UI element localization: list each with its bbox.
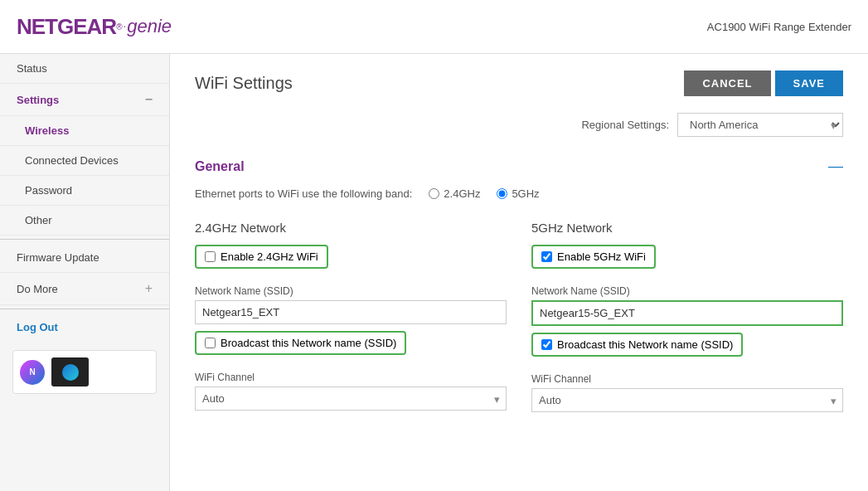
page-title: WiFi Settings — [195, 74, 293, 93]
ssid-5-input[interactable] — [531, 300, 843, 326]
action-buttons: CANCEL SAVE — [684, 70, 843, 96]
network-5-title: 5GHz Network — [531, 221, 843, 235]
enable-5-checkbox[interactable] — [541, 251, 552, 262]
band-24-label: 2.4GHz — [444, 187, 480, 200]
ssid-24-input[interactable] — [195, 300, 507, 324]
broadcast-5-label: Broadcast this Network name (SSID) — [557, 338, 733, 351]
broadcast-5-container: Broadcast this Network name (SSID) — [531, 333, 743, 357]
networks-row: 2.4GHz Network Enable 2.4GHz WiFi Networ… — [195, 221, 843, 412]
dot-separator: • — [124, 24, 126, 29]
page-header: WiFi Settings CANCEL SAVE — [195, 70, 843, 96]
general-collapse-icon[interactable]: — — [828, 158, 843, 175]
enable-24-checkbox[interactable] — [205, 251, 216, 262]
network-24-col: 2.4GHz Network Enable 2.4GHz WiFi Networ… — [195, 221, 507, 412]
logo-netgear-text: NETGEAR — [17, 14, 116, 40]
channel-5-select[interactable]: Auto 36404448 — [531, 388, 843, 412]
channel-24-label: WiFi Channel — [195, 372, 507, 383]
channel-5-wrapper: Auto 36404448 — [531, 388, 843, 412]
regional-select-wrapper: North America Europe Asia — [677, 113, 843, 137]
header-right: AC1900 WiFi Range Extender — [707, 21, 851, 33]
enable-5-label: Enable 5GHz WiFi — [557, 250, 646, 263]
enable-24-container: Enable 2.4GHz WiFi — [195, 245, 328, 269]
broadcast-24-checkbox[interactable] — [205, 338, 216, 348]
sidebar-item-status[interactable]: Status — [0, 54, 169, 84]
band-5-label: 5GHz — [512, 187, 539, 200]
sidebar: Status Settings − Wireless Connected Dev… — [0, 54, 170, 491]
network-5-col: 5GHz Network Enable 5GHz WiFi Network Na… — [531, 221, 843, 412]
broadcast-24-label: Broadcast this Network name (SSID) — [221, 337, 396, 349]
layout: Status Settings − Wireless Connected Dev… — [0, 54, 868, 491]
sidebar-item-password[interactable]: Password — [0, 176, 169, 206]
enable-24-label: Enable 2.4GHz WiFi — [221, 250, 318, 263]
device-image — [51, 357, 89, 386]
broadcast-24-container: Broadcast this Network name (SSID) — [195, 331, 406, 355]
logo-genie-text: genie — [127, 16, 172, 37]
header: NETGEAR® • genie AC1900 WiFi Range Exten… — [0, 0, 868, 54]
settings-collapse-icon[interactable]: − — [145, 92, 153, 107]
band-selection-row: Ethernet ports to WiFi use the following… — [195, 187, 843, 200]
network-24-title: 2.4GHz Network — [195, 221, 507, 235]
sidebar-item-wireless[interactable]: Wireless — [0, 116, 169, 146]
section-general-title: General — [195, 159, 245, 174]
ssid-24-label: Network Name (SSID) — [195, 285, 507, 297]
band-label: Ethernet ports to WiFi use the following… — [195, 187, 412, 200]
do-more-expand-icon[interactable]: + — [145, 281, 153, 296]
main-content: WiFi Settings CANCEL SAVE Regional Setti… — [170, 54, 868, 491]
model-text: AC1900 WiFi Range Extender — [707, 21, 851, 33]
sidebar-item-settings[interactable]: Settings − — [0, 84, 169, 116]
sidebar-item-firmware[interactable]: Firmware Update — [0, 243, 169, 273]
channel-24-wrapper: Auto 1611 — [195, 386, 507, 411]
band-5-radio[interactable] — [497, 188, 507, 199]
channel-5-label: WiFi Channel — [531, 373, 843, 385]
sidebar-item-do-more[interactable]: Do More + — [0, 273, 169, 305]
band-24-option[interactable]: 2.4GHz — [429, 187, 480, 200]
app-icon-netgear: N — [20, 360, 45, 385]
sidebar-app-box: N — [12, 350, 157, 394]
band-24-radio[interactable] — [429, 188, 439, 199]
sidebar-settings-label: Settings — [17, 94, 59, 106]
sidebar-item-connected-devices[interactable]: Connected Devices — [0, 146, 169, 176]
device-icon — [62, 364, 79, 381]
broadcast-5-checkbox[interactable] — [541, 339, 552, 350]
regional-select[interactable]: North America Europe Asia — [677, 113, 843, 137]
registered-mark: ® — [116, 22, 122, 32]
cancel-button[interactable]: CANCEL — [684, 70, 770, 96]
band-5-option[interactable]: 5GHz — [497, 187, 539, 200]
sidebar-item-other[interactable]: Other — [0, 206, 169, 236]
enable-5-container: Enable 5GHz WiFi — [531, 245, 656, 269]
channel-24-select[interactable]: Auto 1611 — [195, 386, 507, 411]
ssid-5-label: Network Name (SSID) — [531, 285, 843, 297]
save-button[interactable]: SAVE — [775, 70, 843, 96]
regional-settings-row: Regional Settings: North America Europe … — [195, 113, 843, 137]
sidebar-item-logout[interactable]: Log Out — [0, 313, 169, 342]
general-section-header: General — — [195, 158, 843, 175]
logo: NETGEAR® • genie — [17, 14, 172, 40]
regional-label: Regional Settings: — [581, 119, 669, 131]
